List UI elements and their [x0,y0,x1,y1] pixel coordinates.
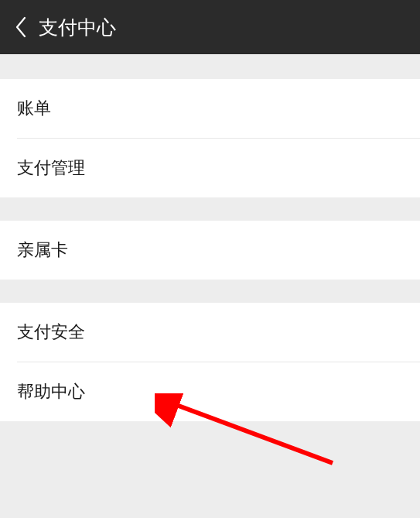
menu-item-bills[interactable]: 账单 [0,79,420,138]
menu-item-label: 支付管理 [17,156,85,180]
menu-item-label: 支付安全 [17,321,85,344]
menu-item-label: 帮助中心 [17,380,85,403]
menu-item-help-center[interactable]: 帮助中心 [0,362,420,421]
header-bar: 支付中心 [0,0,420,54]
menu-item-payment-management[interactable]: 支付管理 [0,139,420,197]
section-gap [0,280,420,303]
menu-item-label: 账单 [17,97,51,120]
section-2: 亲属卡 [0,221,420,280]
menu-item-family-card[interactable]: 亲属卡 [0,221,420,280]
section-3: 支付安全 帮助中心 [0,303,420,421]
back-icon[interactable] [9,15,32,39]
menu-item-label: 亲属卡 [17,238,68,262]
section-1: 账单 支付管理 [0,79,420,197]
page-title: 支付中心 [39,15,116,40]
section-gap [0,54,420,79]
section-gap [0,197,420,221]
menu-item-payment-security[interactable]: 支付安全 [0,303,420,362]
